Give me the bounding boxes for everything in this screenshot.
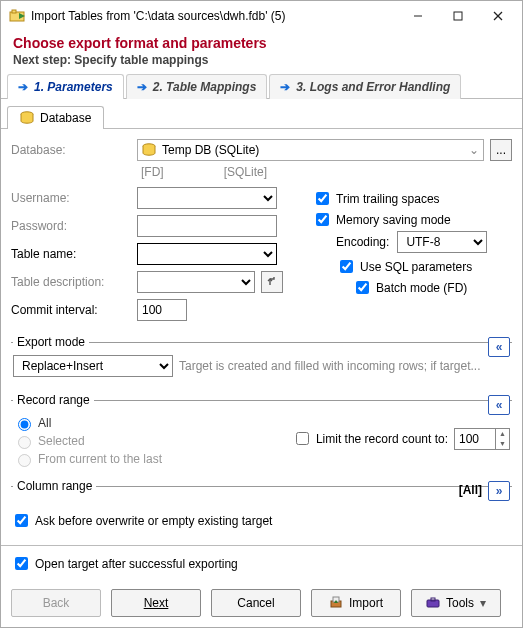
record-limit-field[interactable] [454, 428, 496, 450]
undo-icon [266, 275, 278, 290]
check-limit-record-count[interactable]: Limit the record count to: [292, 429, 448, 448]
tablename-select[interactable] [137, 243, 277, 265]
database-icon [20, 111, 34, 125]
check-ask-before-overwrite[interactable]: Ask before overwrite or empty existing t… [11, 511, 512, 530]
chevron-left-double-icon: « [496, 340, 503, 354]
commit-interval-field[interactable] [137, 299, 187, 321]
chevron-down-icon: ▼ [496, 439, 509, 449]
arrow-right-icon: ➔ [18, 80, 28, 94]
tab-parameters[interactable]: ➔ 1. Parameters [7, 74, 124, 99]
tabledesc-select[interactable] [137, 271, 255, 293]
app-icon [9, 8, 25, 24]
tab-table-mappings[interactable]: ➔ 2. Table Mappings [126, 74, 268, 99]
group-export-mode: Export mode [13, 335, 89, 349]
label-database: Database: [11, 143, 131, 157]
record-limit-spinner[interactable]: ▲▼ [496, 428, 510, 450]
back-button: Back [11, 589, 101, 617]
column-range-value: [All] [459, 483, 482, 497]
svg-rect-1 [12, 10, 16, 13]
cancel-button[interactable]: Cancel [211, 589, 301, 617]
window-title: Import Tables from 'C:\data sources\dwh.… [31, 9, 398, 23]
label-password: Password: [11, 219, 131, 233]
hint-fd: [FD] [141, 165, 164, 179]
check-open-target-after[interactable]: Open target after successful exporting [11, 554, 512, 573]
tools-button[interactable]: Tools ▾ [411, 589, 501, 617]
tab-logs-errors[interactable]: ➔ 3. Logs and Error Handling [269, 74, 461, 99]
subtab-label: Database [40, 111, 91, 125]
chevron-down-icon: ▾ [480, 596, 486, 610]
collapse-export-button[interactable]: « [488, 337, 510, 357]
arrow-right-icon: ➔ [280, 80, 290, 94]
subtab-database[interactable]: Database [7, 106, 104, 129]
chevron-left-double-icon: « [496, 398, 503, 412]
check-memory-saving[interactable]: Memory saving mode [312, 210, 512, 229]
tabledesc-undo-button[interactable] [261, 271, 283, 293]
collapse-record-range-button[interactable]: « [488, 395, 510, 415]
group-column-range: Column range [13, 479, 96, 493]
username-field[interactable] [137, 187, 277, 209]
encoding-select[interactable]: UTF-8 [397, 231, 487, 253]
export-mode-select[interactable]: Replace+Insert [13, 355, 173, 377]
label-encoding: Encoding: [336, 235, 389, 249]
database-value: Temp DB (SQLite) [162, 143, 259, 157]
radio-range-all[interactable]: All [13, 415, 162, 431]
minimize-button[interactable] [398, 2, 438, 30]
page-subtitle: Next step: Specify table mappings [13, 53, 512, 67]
chevron-right-double-icon: » [496, 484, 503, 498]
chevron-down-icon: ⌄ [469, 143, 479, 157]
database-icon [142, 143, 156, 157]
close-button[interactable] [478, 2, 518, 30]
next-button[interactable]: Next [111, 589, 201, 617]
maximize-button[interactable] [438, 2, 478, 30]
radio-range-selected: Selected [13, 433, 162, 449]
arrow-right-icon: ➔ [137, 80, 147, 94]
group-record-range: Record range [13, 393, 94, 407]
label-commit: Commit interval: [11, 303, 131, 317]
label-tabledesc: Table description: [11, 275, 131, 289]
hint-sqlite: [SQLite] [224, 165, 267, 179]
export-mode-description: Target is created and filled with incomi… [179, 359, 510, 373]
database-select[interactable]: Temp DB (SQLite) ⌄ [137, 139, 484, 161]
check-use-sql-params[interactable]: Use SQL parameters [336, 257, 512, 276]
expand-column-range-button[interactable]: » [488, 481, 510, 501]
check-trim-trailing[interactable]: Trim trailing spaces [312, 189, 512, 208]
svg-line-5 [494, 12, 502, 20]
chevron-up-icon: ▲ [496, 429, 509, 439]
import-icon [329, 595, 343, 612]
import-button[interactable]: Import [311, 589, 401, 617]
label-tablename: Table name: [11, 247, 131, 261]
toolbox-icon [426, 595, 440, 612]
svg-rect-4 [454, 12, 462, 20]
page-title: Choose export format and parameters [13, 35, 512, 51]
password-field[interactable] [137, 215, 277, 237]
check-batch-mode[interactable]: Batch mode (FD) [352, 278, 512, 297]
label-username: Username: [11, 191, 131, 205]
radio-range-fromcurrent: From current to the last [13, 451, 162, 467]
database-browse-button[interactable]: ... [490, 139, 512, 161]
svg-line-6 [494, 12, 502, 20]
